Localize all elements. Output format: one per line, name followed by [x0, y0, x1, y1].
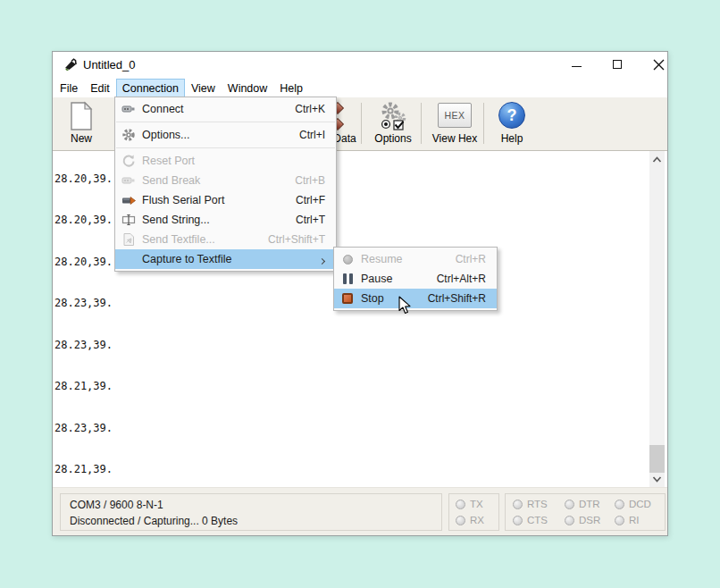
- submenu-item-stop[interactable]: Stop Ctrl+Shift+R: [334, 289, 497, 308]
- menu-item-shortcut: Ctrl+F: [296, 194, 336, 206]
- stop-icon: [334, 293, 361, 304]
- menu-item-label: Stop: [361, 292, 428, 305]
- led-label: CTS: [527, 515, 548, 525]
- serial-plug-icon: [63, 58, 80, 72]
- toolbar-button-options[interactable]: Options: [365, 100, 421, 148]
- terminal-line: 28.21,39.: [54, 463, 125, 477]
- menu-item-label: Resume: [361, 253, 456, 265]
- minimize-button[interactable]: [564, 52, 590, 79]
- menu-item-shortcut: Ctrl+Shift+T: [268, 233, 336, 246]
- led-label: RI: [629, 515, 640, 525]
- led-label: DCD: [629, 499, 651, 509]
- scrollbar-down-icon[interactable]: [649, 472, 665, 486]
- options-gears-icon: [365, 100, 421, 132]
- menu-item-options[interactable]: Options... Ctrl+I: [115, 125, 336, 145]
- menu-item-label: Pause: [361, 273, 437, 285]
- menu-window[interactable]: Window: [222, 79, 273, 97]
- toolbar-button-label: View Hex: [426, 132, 483, 145]
- menu-item-label: Capture to Textfile: [142, 253, 320, 265]
- menu-separator: [116, 147, 335, 148]
- tx-led-icon: [456, 500, 465, 509]
- help-icon: ?: [498, 102, 525, 129]
- menu-item-shortcut: Ctrl+I: [299, 129, 336, 141]
- menu-item-label: Send Break: [142, 174, 295, 187]
- menu-help[interactable]: Help: [273, 79, 309, 97]
- rx-led-icon: [456, 516, 465, 525]
- connection-dropdown-menu: Connect Ctrl+K Options... Ctrl+I Reset P…: [114, 97, 337, 272]
- toolbar-button-new[interactable]: New: [56, 100, 106, 148]
- menu-item-label: Flush Serial Port: [142, 194, 296, 206]
- led-label: DSR: [579, 515, 600, 525]
- terminal-line: 28.23,39.: [54, 297, 125, 311]
- vertical-scrollbar[interactable]: [649, 151, 665, 488]
- terminal-line: 28.23,39.: [54, 339, 125, 353]
- close-button[interactable]: [646, 52, 673, 79]
- capture-submenu: Resume Ctrl+R Pause Ctrl+Alt+R Stop Ctrl…: [333, 247, 498, 311]
- led-label: TX: [470, 499, 483, 509]
- dtr-led-icon: [565, 500, 574, 509]
- terminal-line: 28.21,39.: [54, 380, 125, 394]
- menu-item-label: Connect: [142, 103, 295, 115]
- menu-item-shortcut: Ctrl+R: [456, 253, 497, 265]
- status-bar: COM3 / 9600 8-N-1 Disconnected / Capturi…: [53, 487, 667, 535]
- menu-item-shortcut: Ctrl+Shift+R: [428, 292, 497, 305]
- minimize-icon: [572, 66, 582, 67]
- toolbar-button-label: Help: [489, 132, 535, 145]
- submenu-item-pause[interactable]: Pause Ctrl+Alt+R: [334, 269, 497, 289]
- menu-item-send-textfile[interactable]: Send Textfile... Ctrl+Shift+T: [115, 230, 336, 249]
- menu-connection[interactable]: Connection: [116, 79, 185, 97]
- menu-item-reset-port[interactable]: Reset Port: [115, 151, 336, 171]
- led-label: RTS: [527, 499, 548, 509]
- menu-item-capture-to-textfile[interactable]: Capture to Textfile: [115, 249, 336, 269]
- toolbar-separator: [421, 103, 422, 144]
- toolbar-button-help[interactable]: ? Help: [489, 100, 535, 148]
- menu-item-shortcut: Ctrl+B: [295, 174, 336, 187]
- status-state-info: Disconnected / Capturing... 0 Bytes: [70, 514, 432, 528]
- ri-led-icon: [615, 516, 624, 525]
- terminal-line: 28.23,39.: [54, 422, 125, 436]
- gear-icon: [115, 128, 142, 142]
- maximize-button[interactable]: [605, 52, 632, 79]
- send-textfile-icon: [115, 232, 142, 247]
- menu-item-send-string[interactable]: Send String... Ctrl+T: [115, 210, 336, 230]
- status-signal-panel: RTS CTS DTR DSR DCD RI: [505, 493, 666, 531]
- resume-icon: [334, 255, 361, 265]
- title-bar[interactable]: Untitled_0: [53, 52, 667, 79]
- menu-item-shortcut: Ctrl+K: [295, 103, 336, 115]
- dcd-led-icon: [615, 500, 624, 509]
- menu-item-shortcut: Ctrl+Alt+R: [437, 273, 497, 285]
- toolbar-button-view-hex[interactable]: HEX View Hex: [426, 100, 483, 148]
- submenu-item-resume[interactable]: Resume Ctrl+R: [334, 249, 497, 269]
- close-icon: [653, 59, 665, 71]
- reset-port-icon: [115, 154, 142, 168]
- menu-file[interactable]: File: [54, 79, 84, 97]
- menu-item-label: Reset Port: [142, 155, 325, 167]
- cts-led-icon: [513, 516, 523, 525]
- status-connection-panel: COM3 / 9600 8-N-1 Disconnected / Capturi…: [60, 493, 442, 531]
- rts-led-icon: [513, 500, 523, 509]
- menu-item-label: Options...: [142, 129, 299, 141]
- menu-item-shortcut: Ctrl+T: [296, 214, 336, 226]
- usb-connect-icon: [115, 102, 142, 116]
- new-document-icon: [56, 100, 106, 132]
- menu-item-label: Send String...: [142, 214, 296, 226]
- menu-item-connect[interactable]: Connect Ctrl+K: [115, 99, 336, 119]
- menu-bar: File Edit Connection View Window Help: [53, 79, 667, 97]
- toolbar-button-label: New: [56, 132, 106, 145]
- dsr-led-icon: [565, 516, 574, 525]
- menu-edit[interactable]: Edit: [84, 79, 116, 97]
- menu-item-flush-serial-port[interactable]: Flush Serial Port Ctrl+F: [115, 190, 336, 210]
- scrollbar-thumb[interactable]: [649, 445, 665, 473]
- hex-badge-icon: HEX: [438, 103, 472, 128]
- scrollbar-up-icon[interactable]: [649, 153, 665, 167]
- flush-port-icon: [115, 193, 142, 207]
- led-label: DTR: [579, 499, 600, 509]
- desktop: Untitled_0 File Edit Connection View Win…: [0, 0, 720, 588]
- menu-item-send-break[interactable]: Send Break Ctrl+B: [115, 171, 336, 190]
- menu-separator: [116, 122, 335, 122]
- menu-view[interactable]: View: [185, 79, 222, 97]
- toolbar-separator: [483, 103, 484, 144]
- status-txrx-panel: TX RX: [448, 493, 499, 531]
- toolbar-button-label: Options: [365, 132, 421, 145]
- send-break-icon: [115, 173, 142, 188]
